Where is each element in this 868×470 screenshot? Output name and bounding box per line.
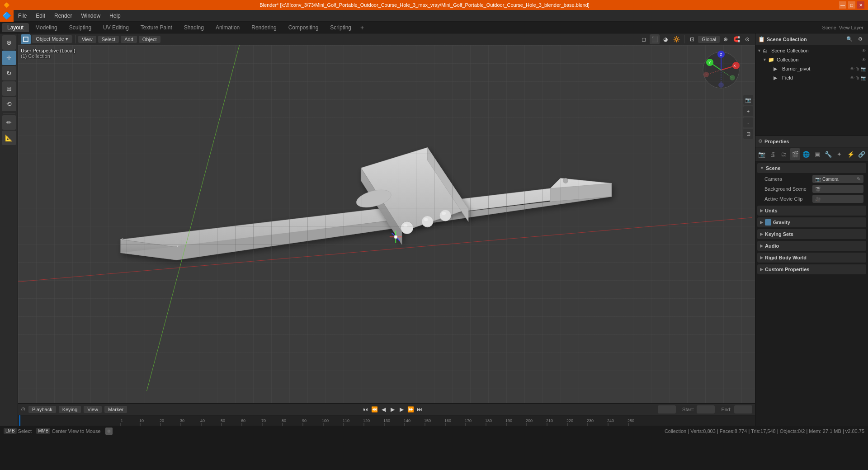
menu-file[interactable]: File [14, 11, 31, 20]
move-tool-button[interactable]: ✛ [2, 51, 16, 65]
step-back-btn[interactable]: ◀ [379, 405, 387, 414]
navigation-gizmo[interactable]: X Y Z [701, 50, 741, 90]
gravity-checkbox[interactable] [765, 219, 771, 226]
proportional-editing[interactable]: ⊙ [742, 34, 752, 44]
annotate-tool-button[interactable]: ✏ [2, 115, 16, 130]
view-layer-selector[interactable]: View Layer [839, 25, 863, 30]
background-scene-value[interactable]: 🎬 [812, 185, 863, 193]
particles-properties-tab[interactable]: ✦ [834, 148, 845, 160]
snapping-toggle[interactable]: 🧲 [731, 34, 741, 44]
blender-logo[interactable]: 🔷 [0, 10, 14, 22]
end-frame-input[interactable]: 250 [734, 405, 752, 414]
window-controls[interactable]: — □ ✕ [839, 1, 864, 9]
viewport-mode-icon[interactable] [21, 34, 31, 44]
visibility-icons-3[interactable]: 👁 🖱 📷 [850, 66, 866, 71]
menu-render[interactable]: Render [50, 11, 76, 20]
menu-help[interactable]: Help [105, 11, 125, 20]
transform-tool-button[interactable]: ⟲ [2, 97, 16, 111]
current-frame-input[interactable]: 1 [658, 405, 676, 414]
jump-start-btn[interactable]: ⏮ [361, 405, 369, 414]
tab-compositing[interactable]: Compositing [283, 23, 324, 32]
timeline-ruler[interactable]: 1 10 20 30 40 50 60 70 80 [18, 415, 755, 426]
rigid-body-section-header[interactable]: ▶ Rigid Body World [757, 253, 866, 263]
keying-sets-section-header[interactable]: ▶ Keying Sets [757, 229, 866, 239]
camera-view-btn[interactable]: 📷 [743, 95, 753, 105]
scene-section-header[interactable]: ▼ Scene [757, 163, 866, 173]
outliner-item-collection[interactable]: ▼ 📁 Collection 👁 [755, 55, 868, 64]
render-icon-4[interactable]: 📷 [861, 75, 866, 80]
outliner-item-scene-collection[interactable]: ▼ 🗂 Scene Collection 👁 [755, 46, 868, 55]
menu-edit[interactable]: Edit [31, 11, 50, 20]
outliner-item-barrier[interactable]: ▶ Barrier_pivot 👁 🖱 📷 [755, 64, 868, 73]
playback-menu[interactable]: Playback [28, 406, 56, 413]
camera-value[interactable]: 📷 Camera ✎ [812, 175, 863, 183]
tab-modeling[interactable]: Modeling [30, 23, 63, 32]
jump-end-btn[interactable]: ⏭ [415, 405, 424, 414]
render-properties-tab[interactable]: 📷 [756, 148, 767, 160]
next-keyframe-btn[interactable]: ⏩ [406, 405, 415, 414]
visibility-icons-2[interactable]: 👁 [862, 57, 866, 62]
viewport-shading-material[interactable]: ◕ [660, 34, 670, 44]
step-forward-btn[interactable]: ▶ [397, 405, 406, 414]
viewport-shading-wireframe[interactable]: ◻ [639, 34, 649, 44]
gravity-section-header[interactable]: ▶ Gravity [757, 217, 866, 227]
viewport-shading-solid[interactable]: ⬛ [650, 34, 660, 44]
active-movie-clip-value[interactable]: 🎥 [812, 195, 863, 203]
tab-shading[interactable]: Shading [179, 23, 209, 32]
constraints-properties-tab[interactable]: 🔗 [856, 148, 867, 160]
custom-props-section-header[interactable]: ▶ Custom Properties [757, 264, 866, 274]
audio-section-header[interactable]: ▶ Audio [757, 241, 866, 251]
view-menu-timeline[interactable]: View [84, 406, 102, 413]
eye-icon[interactable]: 👁 [862, 48, 866, 53]
tab-scripting[interactable]: Scripting [325, 23, 357, 32]
camera-picker-icon[interactable]: ✎ [857, 176, 861, 182]
add-workspace-button[interactable]: + [358, 23, 367, 32]
frame-all-btn[interactable]: ⊡ [743, 129, 753, 139]
visibility-icons-4[interactable]: 👁 🖱 📷 [850, 75, 866, 80]
rotate-tool-button[interactable]: ↻ [2, 66, 16, 80]
scale-tool-button[interactable]: ⊞ [2, 81, 16, 96]
tab-animation[interactable]: Animation [210, 23, 245, 32]
view-layer-properties-tab[interactable]: 🗂 [778, 148, 789, 160]
select-menu[interactable]: Select [98, 36, 119, 43]
restrict-icon[interactable]: 🖱 [855, 66, 860, 71]
eye-icon-4[interactable]: 👁 [850, 75, 854, 80]
close-button[interactable]: ✕ [857, 1, 864, 9]
zoom-out-btn[interactable]: - [743, 118, 753, 127]
tab-rendering[interactable]: Rendering [246, 23, 282, 32]
world-properties-tab[interactable]: 🌐 [801, 148, 811, 160]
play-btn[interactable]: ▶ [388, 405, 396, 414]
prev-keyframe-btn[interactable]: ⏪ [370, 405, 378, 414]
camera-field[interactable]: Camera [822, 177, 839, 182]
tab-uv-editing[interactable]: UV Editing [98, 23, 134, 32]
start-frame-input[interactable]: 1 [697, 405, 715, 414]
maximize-button[interactable]: □ [848, 1, 855, 9]
marker-menu[interactable]: Marker [104, 406, 127, 413]
global-transform-dropdown[interactable]: Global [698, 36, 720, 43]
keying-menu[interactable]: Keying [59, 406, 81, 413]
object-properties-tab[interactable]: ▣ [812, 148, 823, 160]
outliner-item-field[interactable]: ▶ Field 👁 🖱 📷 [755, 73, 868, 82]
output-properties-tab[interactable]: 🖨 [768, 148, 778, 160]
visibility-icons[interactable]: 👁 [862, 48, 866, 53]
object-mode-dropdown[interactable]: Object Mode ▾ [32, 35, 72, 43]
scene-selector[interactable]: Scene [822, 25, 836, 30]
render-icon[interactable]: 📷 [861, 66, 866, 71]
outliner-filter-icon[interactable]: ⚙ [855, 34, 865, 44]
physics-properties-tab[interactable]: ⚡ [845, 148, 856, 160]
menu-window[interactable]: Window [76, 11, 105, 20]
tab-sculpting[interactable]: Sculpting [64, 23, 97, 32]
outliner-filter-btn[interactable]: 🔍 [844, 34, 854, 44]
xray-toggle[interactable]: ⊡ [687, 34, 697, 44]
view-menu[interactable]: View [78, 36, 96, 43]
cursor-tool-button[interactable]: ⊕ [2, 35, 16, 50]
minimize-button[interactable]: — [839, 1, 846, 9]
eye-icon-3[interactable]: 👁 [850, 66, 854, 71]
tab-texture-paint[interactable]: Texture Paint [135, 23, 178, 32]
modifier-properties-tab[interactable]: 🔧 [823, 148, 834, 160]
units-section-header[interactable]: ▶ Units [757, 206, 866, 216]
add-menu[interactable]: Add [121, 36, 137, 43]
tab-layout[interactable]: Layout [2, 23, 29, 32]
zoom-in-btn[interactable]: + [743, 106, 753, 116]
scene-properties-tab[interactable]: 🎬 [790, 148, 801, 160]
